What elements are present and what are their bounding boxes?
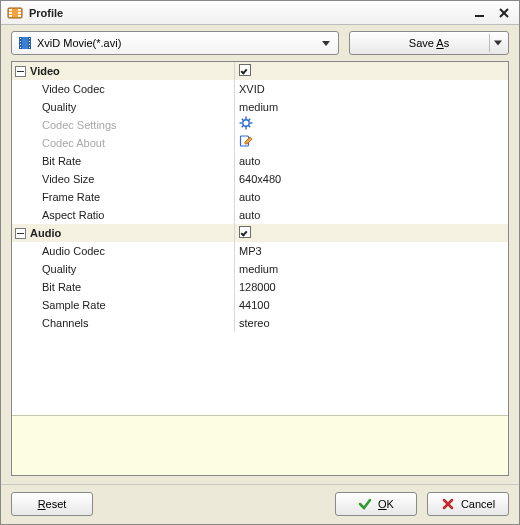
profile-dropdown[interactable]: XviD Movie(*.avi) <box>11 31 339 55</box>
grid-row[interactable]: Video CodecXVID <box>12 80 508 98</box>
x-icon <box>441 497 455 511</box>
svg-rect-3 <box>9 15 12 17</box>
grid-label: Bit Rate <box>12 278 234 296</box>
reset-button[interactable]: Reset <box>11 492 93 516</box>
svg-point-21 <box>243 120 249 126</box>
svg-rect-2 <box>9 12 12 14</box>
svg-rect-19 <box>29 44 30 45</box>
svg-rect-17 <box>29 38 30 39</box>
grid-row[interactable]: Audio CodecMP3 <box>12 242 508 260</box>
grid-value: auto <box>239 191 260 203</box>
reset-label: Reset <box>38 498 67 510</box>
property-grid-body: VideoVideo CodecXVIDQualitymediumCodec S… <box>12 62 508 415</box>
svg-rect-7 <box>475 15 484 17</box>
grid-label: Quality <box>12 98 234 116</box>
section-video[interactable]: Video <box>12 62 508 80</box>
grid-value-cell[interactable]: auto <box>234 152 508 170</box>
cancel-button[interactable]: Cancel <box>427 492 509 516</box>
svg-rect-13 <box>20 38 21 39</box>
chevron-down-icon <box>322 41 330 46</box>
checkbox[interactable] <box>239 64 251 76</box>
grid-row[interactable]: Frame Rateauto <box>12 188 508 206</box>
grid-value-cell[interactable]: medium <box>234 98 508 116</box>
grid-value: 640x480 <box>239 173 281 185</box>
section-value[interactable] <box>234 62 508 80</box>
ok-button[interactable]: OK <box>335 492 417 516</box>
grid-label: Video Size <box>12 170 234 188</box>
grid-value: 128000 <box>239 281 276 293</box>
grid-value-cell[interactable]: 128000 <box>234 278 508 296</box>
grid-value-cell[interactable]: 640x480 <box>234 170 508 188</box>
grid-row[interactable]: Bit Rate128000 <box>12 278 508 296</box>
title: Profile <box>29 7 467 19</box>
grid-row[interactable]: Aspect Ratioauto <box>12 206 508 224</box>
save-as-label: Save As <box>399 37 459 49</box>
description-pane <box>12 415 508 475</box>
grid-value-cell[interactable]: auto <box>234 206 508 224</box>
svg-line-26 <box>242 119 244 121</box>
checkbox[interactable] <box>239 226 251 238</box>
gear-icon[interactable] <box>239 116 508 130</box>
grid-label: Codec About <box>12 134 234 152</box>
grid-value-cell[interactable]: 44100 <box>234 296 508 314</box>
grid-label: Video Codec <box>12 80 234 98</box>
grid-label: Quality <box>12 260 234 278</box>
grid-value-cell[interactable]: XVID <box>234 80 508 98</box>
grid-row[interactable]: Bit Rateauto <box>12 152 508 170</box>
svg-line-27 <box>249 126 251 128</box>
save-as-button[interactable]: Save As <box>349 31 509 55</box>
grid-row[interactable]: Qualitymedium <box>12 260 508 278</box>
ok-label: OK <box>378 498 394 510</box>
titlebar: Profile <box>1 1 519 25</box>
close-button[interactable] <box>493 4 515 22</box>
grid-value: medium <box>239 101 278 113</box>
grid-value: stereo <box>239 317 270 329</box>
grid-row[interactable]: Channelsstereo <box>12 314 508 332</box>
chevron-down-icon <box>494 41 502 46</box>
profile-dialog: Profile XviD Movie(*.avi) <box>0 0 520 525</box>
grid-value: MP3 <box>239 245 262 257</box>
svg-rect-6 <box>18 15 21 17</box>
grid-value-cell[interactable] <box>234 116 508 134</box>
grid-label: Channels <box>12 314 234 332</box>
section-audio[interactable]: Audio <box>12 224 508 242</box>
svg-rect-5 <box>18 12 21 14</box>
grid-value: medium <box>239 263 278 275</box>
svg-rect-18 <box>29 41 30 42</box>
grid-value-cell[interactable]: auto <box>234 188 508 206</box>
grid-label: Audio Codec <box>12 242 234 260</box>
svg-rect-16 <box>20 47 21 48</box>
svg-rect-1 <box>9 9 12 11</box>
grid-value: 44100 <box>239 299 270 311</box>
grid-label: Aspect Ratio <box>12 206 234 224</box>
svg-rect-15 <box>20 44 21 45</box>
svg-line-28 <box>249 119 251 121</box>
svg-rect-20 <box>29 47 30 48</box>
grid-value: XVID <box>239 83 265 95</box>
check-icon <box>358 497 372 511</box>
grid-label: Frame Rate <box>12 188 234 206</box>
svg-line-29 <box>242 126 244 128</box>
grid-row[interactable]: Video Size640x480 <box>12 170 508 188</box>
grid-value-cell[interactable] <box>234 134 508 152</box>
film-icon <box>18 36 32 50</box>
grid-value-cell[interactable]: MP3 <box>234 242 508 260</box>
property-grid: VideoVideo CodecXVIDQualitymediumCodec S… <box>11 61 509 476</box>
svg-rect-14 <box>20 41 21 42</box>
grid-row[interactable]: Codec About <box>12 134 508 152</box>
grid-label: Codec Settings <box>12 116 234 134</box>
grid-row[interactable]: Qualitymedium <box>12 98 508 116</box>
grid-value-cell[interactable]: medium <box>234 260 508 278</box>
profile-dropdown-text: XviD Movie(*.avi) <box>37 37 318 49</box>
app-icon <box>7 5 23 21</box>
grid-value: auto <box>239 209 260 221</box>
section-value[interactable] <box>234 224 508 242</box>
section-label: Audio <box>12 224 234 242</box>
button-bar: Reset OK Cancel <box>1 484 519 524</box>
minimize-button[interactable] <box>469 4 491 22</box>
section-label: Video <box>12 62 234 80</box>
grid-row[interactable]: Sample Rate44100 <box>12 296 508 314</box>
grid-row[interactable]: Codec Settings <box>12 116 508 134</box>
edit-icon[interactable] <box>239 134 508 148</box>
grid-value-cell[interactable]: stereo <box>234 314 508 332</box>
